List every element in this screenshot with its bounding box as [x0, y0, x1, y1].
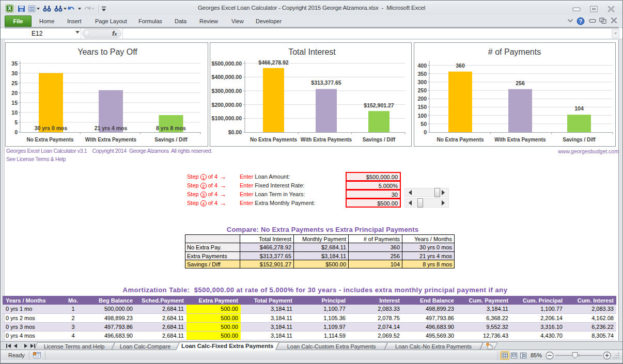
- svg-text:360: 360: [456, 62, 465, 69]
- svg-text:350: 350: [417, 71, 427, 77]
- svg-text:10: 10: [11, 109, 18, 116]
- svg-text:104: 104: [574, 105, 584, 112]
- svg-text:21 yrs 4 mos: 21 yrs 4 mos: [95, 125, 128, 131]
- svg-text:300: 300: [417, 79, 427, 85]
- svg-text:200: 200: [417, 96, 427, 102]
- svg-text:With Extra Payments: With Extra Payments: [85, 137, 137, 143]
- svg-text:$500,000.00: $500,000.00: [212, 60, 242, 67]
- svg-text:Years to Pay Off: Years to Pay Off: [77, 48, 137, 56]
- svg-text:Savings / Diff: Savings / Diff: [363, 137, 396, 143]
- svg-text:250: 250: [417, 87, 427, 93]
- svg-text:256: 256: [516, 80, 525, 86]
- svg-text:# of Payments: # of Payments: [488, 48, 541, 56]
- svg-text:With Extra Payments: With Extra Payments: [301, 137, 352, 143]
- svg-text:8 yrs 8 mos: 8 yrs 8 mos: [156, 125, 186, 131]
- svg-text:X: X: [8, 6, 11, 11]
- svg-text:30: 30: [11, 70, 18, 76]
- svg-text:20: 20: [11, 90, 18, 96]
- svg-text:100: 100: [417, 113, 427, 119]
- svg-text:0: 0: [14, 129, 18, 135]
- svg-text:50: 50: [420, 121, 427, 127]
- svg-text:No Extra Payments: No Extra Payments: [437, 137, 484, 143]
- svg-text:No Extra Payments: No Extra Payments: [250, 137, 298, 143]
- svg-text:No Extra Payments: No Extra Payments: [26, 137, 74, 143]
- svg-text:Total Interest: Total Interest: [288, 48, 336, 56]
- svg-text:30 yrs 0 mos: 30 yrs 0 mos: [35, 125, 68, 131]
- svg-text:35: 35: [11, 60, 18, 67]
- svg-text:Savings / Diff: Savings / Diff: [563, 137, 596, 143]
- svg-text:$0.00: $0.00: [228, 129, 242, 135]
- svg-text:150: 150: [417, 104, 427, 110]
- svg-text:25: 25: [11, 80, 18, 86]
- svg-text:15: 15: [11, 100, 18, 106]
- svg-text:$313,377.65: $313,377.65: [311, 80, 341, 86]
- svg-text:With Extra Payments: With Extra Payments: [494, 137, 546, 143]
- svg-text:$400,000.00: $400,000.00: [212, 74, 242, 80]
- svg-text:5: 5: [14, 119, 18, 125]
- svg-text:Savings / Diff: Savings / Diff: [154, 137, 188, 143]
- svg-text:$152,901.27: $152,901.27: [364, 102, 394, 108]
- svg-text:?: ?: [579, 18, 582, 24]
- svg-text:$466,278.92: $466,278.92: [258, 59, 289, 66]
- svg-text:$100,000.00: $100,000.00: [212, 115, 242, 121]
- svg-text:$300,000.00: $300,000.00: [212, 88, 242, 94]
- svg-text:$200,000.00: $200,000.00: [212, 102, 242, 108]
- svg-text:400: 400: [417, 62, 427, 69]
- svg-text:0: 0: [424, 129, 427, 135]
